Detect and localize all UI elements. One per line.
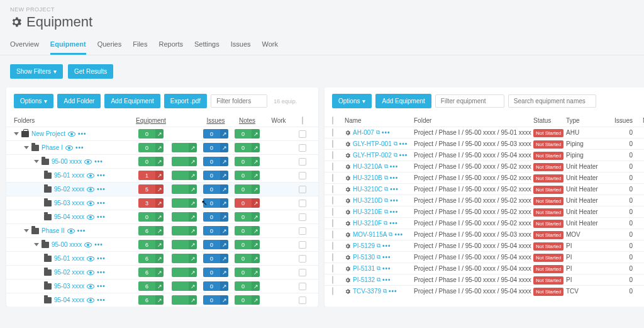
count-pill[interactable]: 0↗ xyxy=(203,143,228,152)
count-pill[interactable]: 0↗ xyxy=(235,184,260,194)
equipment-name[interactable]: PI-5130 xyxy=(353,254,375,261)
copy-icon[interactable]: ⧉ xyxy=(383,288,387,295)
col-folder[interactable]: Folder xyxy=(414,117,533,124)
row-checkbox[interactable] xyxy=(299,297,306,304)
count-pill[interactable]: 0↗ xyxy=(203,281,228,291)
equipment-row[interactable]: HU-3210D ⧉ ••• Project / Phase I / 95-00… xyxy=(325,195,644,206)
count-pill[interactable]: 5↗ xyxy=(138,184,164,194)
count-pill[interactable]: 0↗ xyxy=(235,129,260,139)
copy-icon[interactable]: ⧉ xyxy=(377,276,380,283)
count-pill[interactable]: 0↗ xyxy=(203,129,228,139)
more-icon[interactable]: ••• xyxy=(97,269,106,276)
copy-icon[interactable]: ⧉ xyxy=(377,254,380,261)
eye-icon[interactable] xyxy=(87,187,94,192)
tab-work[interactable]: Work xyxy=(262,35,278,55)
equipment-row[interactable]: PI-5131 ⧉ ••• Project / Phase I / 95-00 … xyxy=(325,263,644,274)
count-pill[interactable]: 0↗ xyxy=(138,143,164,152)
more-icon[interactable]: ••• xyxy=(97,213,106,220)
filter-equipment-input[interactable] xyxy=(435,94,504,108)
folder-row[interactable]: 95-04 xxxx ••• 0↗ ↗ 0↗ 0↗ xyxy=(6,210,318,223)
more-icon[interactable]: ••• xyxy=(78,130,87,137)
row-checkbox[interactable] xyxy=(299,200,306,207)
eye-icon[interactable] xyxy=(87,215,94,220)
equipment-row[interactable]: HU-3210A ⧉ ••• Project / Phase I / 95-00… xyxy=(325,161,644,172)
copy-icon[interactable]: ⧉ xyxy=(377,242,380,249)
count-pill[interactable]: 0↗ xyxy=(203,254,228,263)
count-pill[interactable]: ↗ xyxy=(172,212,197,222)
equipment-row[interactable]: AH-007 ⧉ ••• Project / Phase I / 95-00 x… xyxy=(325,127,644,138)
count-pill[interactable]: 0↗ xyxy=(203,240,228,249)
copy-icon[interactable]: ⧉ xyxy=(384,220,387,227)
folder-row[interactable]: 95-00 xxxx ••• 6↗ ↗ 0↗ 0↗ xyxy=(6,237,318,251)
row-checkbox[interactable] xyxy=(332,287,333,295)
count-pill[interactable]: 1↗ xyxy=(138,171,164,180)
copy-icon[interactable]: ⧉ xyxy=(377,265,380,272)
more-icon[interactable]: ••• xyxy=(394,231,403,238)
more-icon[interactable]: ••• xyxy=(399,140,408,147)
row-checkbox[interactable] xyxy=(332,140,333,148)
folder-row[interactable]: 95-03 xxxx ••• 3↗ ↗ 0↗ 0↗ xyxy=(6,196,318,210)
count-pill[interactable]: ↗ xyxy=(172,226,197,235)
count-pill[interactable]: ↗ xyxy=(172,268,197,277)
folder-name[interactable]: 95-03 xxxx xyxy=(54,200,84,206)
copy-icon[interactable]: ⧉ xyxy=(384,208,388,215)
equipment-name[interactable]: HU-3210B xyxy=(353,174,382,181)
count-pill[interactable]: ↗ xyxy=(172,281,197,291)
more-icon[interactable]: ••• xyxy=(97,200,106,206)
more-icon[interactable]: ••• xyxy=(97,283,106,290)
more-icon[interactable]: ••• xyxy=(390,208,399,215)
equipment-row[interactable]: HU-3210B ⧉ ••• Project / Phase I / 95-00… xyxy=(325,172,644,183)
filter-folders-input[interactable] xyxy=(211,94,267,108)
copy-icon[interactable]: ⧉ xyxy=(384,197,388,204)
more-icon[interactable]: ••• xyxy=(382,254,391,261)
count-pill[interactable]: 0↗ xyxy=(235,254,260,263)
equipment-name[interactable]: HU-3210D xyxy=(353,197,382,204)
row-checkbox[interactable] xyxy=(299,172,306,179)
more-icon[interactable]: ••• xyxy=(390,163,399,170)
folder-row[interactable]: 95-00 xxxx ••• 0↗ ↗ 0↗ 0↗ xyxy=(6,154,318,168)
get-results-button[interactable]: Get Results xyxy=(68,64,113,79)
row-checkbox[interactable] xyxy=(332,185,333,193)
more-icon[interactable]: ••• xyxy=(389,288,397,295)
count-pill[interactable]: 0↗ xyxy=(235,143,260,152)
count-pill[interactable]: ↗ xyxy=(172,295,197,305)
count-pill[interactable]: ↗ xyxy=(172,198,197,208)
more-icon[interactable]: ••• xyxy=(97,172,106,179)
copy-icon[interactable]: ⧉ xyxy=(389,231,392,238)
count-pill[interactable]: 6↗ xyxy=(138,295,164,305)
row-checkbox[interactable] xyxy=(332,208,333,216)
row-checkbox[interactable] xyxy=(299,186,306,193)
folder-name[interactable]: Phase I xyxy=(42,144,63,151)
count-pill[interactable]: ↗ xyxy=(172,184,197,194)
count-pill[interactable]: 0↗ xyxy=(235,198,260,208)
options-button-right[interactable]: Options ▾ xyxy=(332,94,372,108)
count-pill[interactable]: 0↗ xyxy=(138,157,164,166)
folder-row[interactable]: Phase II ••• 6↗ ↗ 0↗ 0↗ xyxy=(6,223,318,237)
chevron-icon[interactable] xyxy=(34,243,39,246)
count-pill[interactable]: ↗ xyxy=(172,254,197,263)
eye-icon[interactable] xyxy=(87,298,94,303)
copy-icon[interactable]: ⧉ xyxy=(384,186,388,193)
tab-equipment[interactable]: Equipment xyxy=(50,35,86,55)
row-checkbox[interactable] xyxy=(299,158,306,166)
more-icon[interactable]: ••• xyxy=(94,158,103,165)
more-icon[interactable]: ••• xyxy=(390,186,399,193)
more-icon[interactable]: ••• xyxy=(94,241,103,248)
chevron-icon[interactable] xyxy=(34,160,39,163)
row-checkbox[interactable] xyxy=(299,130,306,138)
count-pill[interactable]: 3↗ xyxy=(138,198,164,208)
folder-name[interactable]: Phase II xyxy=(42,227,65,234)
folder-row[interactable]: 95-02 xxxx ••• 5↗ ↗ 0↗ 0↗ xyxy=(6,182,318,196)
col-notes[interactable]: Notes xyxy=(231,117,263,124)
breadcrumb[interactable]: NEW PROJECT xyxy=(10,6,634,13)
equipment-name[interactable]: GLY-HTP-002 xyxy=(353,152,392,159)
row-checkbox[interactable] xyxy=(332,276,333,284)
folder-row[interactable]: New Project ••• 0↗ 0↗ 0↗ xyxy=(6,127,318,140)
equipment-row[interactable]: GLY-HTP-001 ⧉ ••• Project / Phase I / 95… xyxy=(325,138,644,149)
eye-icon[interactable] xyxy=(87,270,94,275)
equipment-name[interactable]: MOV-9115A xyxy=(353,231,387,238)
select-all-checkbox[interactable] xyxy=(302,116,303,125)
row-checkbox[interactable] xyxy=(332,162,333,171)
folder-row[interactable]: Phase I ••• 0↗ ↗ 0↗ 0↗ xyxy=(6,140,318,154)
show-filters-button[interactable]: Show Filters ▾ xyxy=(10,64,63,79)
